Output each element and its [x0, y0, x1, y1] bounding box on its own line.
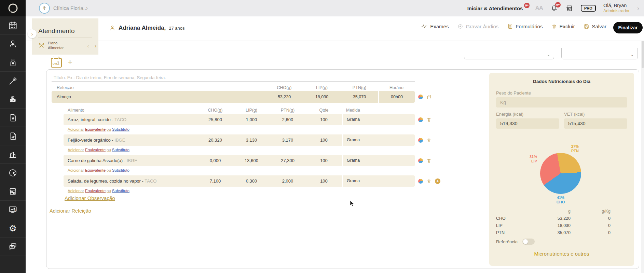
equivalent-link[interactable]: AdicionarEquivalenteouSubstituto: [68, 168, 484, 172]
top-bar: ⚕ Clínica Floria... › Iniciar & Atendime…: [0, 0, 644, 16]
delete-food-button[interactable]: [426, 117, 431, 123]
sidebar-item-supplements[interactable]: [0, 53, 26, 72]
logo-icon: [7, 2, 19, 14]
sidebar-item-company[interactable]: [0, 145, 26, 164]
breadcrumb-chevron-icon[interactable]: ›: [86, 5, 88, 11]
food-lip: 3,130: [233, 138, 270, 143]
attendance-title: Atendimento: [38, 27, 75, 35]
food-macros-pie-icon[interactable]: [418, 117, 423, 122]
header-select-2[interactable]: ⌄: [561, 48, 638, 59]
sidebar-item-messages[interactable]: [0, 238, 26, 256]
food-row[interactable]: Arroz, integral, cozido - TACO 25,800 1,…: [64, 114, 415, 125]
clinic-avatar[interactable]: ⚕: [39, 3, 50, 14]
formularios-button[interactable]: Formulários: [507, 23, 543, 29]
next-tab-icon[interactable]: ›: [95, 43, 96, 49]
add-meal-link[interactable]: Adicionar Refeição: [50, 208, 91, 214]
document-star-icon: [9, 113, 17, 122]
prev-tab-icon[interactable]: ‹: [87, 43, 89, 49]
tab-label: Plano Alimentar: [48, 41, 64, 51]
energia-input[interactable]: 519,330: [496, 118, 559, 129]
peso-input[interactable]: Kg: [496, 97, 627, 107]
meal-macros-pie-icon[interactable]: [418, 95, 423, 99]
food-cho: 20,320: [197, 138, 233, 143]
salvar-button[interactable]: Salvar: [584, 24, 606, 29]
food-macros-pie-icon[interactable]: [418, 179, 423, 184]
add-day-button[interactable]: +: [68, 57, 72, 67]
food-medida-select[interactable]: Grama: [342, 134, 415, 146]
exames-button[interactable]: Exames: [421, 24, 449, 29]
food-qtde-input[interactable]: 100: [306, 138, 342, 143]
delete-food-button[interactable]: [426, 138, 431, 143]
sidebar-item-document-star[interactable]: [0, 109, 26, 127]
excluir-button[interactable]: Excluir: [551, 24, 575, 29]
trash-icon: [426, 117, 431, 123]
food-cho: 0,000: [197, 158, 233, 163]
food-lip: 1,000: [233, 117, 270, 122]
food-ptn: 2,600: [270, 117, 306, 122]
sidebar-item-calendar[interactable]: [0, 16, 26, 35]
referencia-label: Referência: [496, 239, 518, 244]
sidebar-item-settings[interactable]: ⚙: [0, 219, 26, 238]
day-title-input[interactable]: Título. Ex.: Dia de treino, Fim de seman…: [52, 74, 415, 82]
food-medida-select[interactable]: Grama: [342, 175, 415, 187]
food-row[interactable]: Feijão-verde orgânico - IBGE 20,320 3,13…: [64, 134, 415, 146]
font-size-icon[interactable]: AA: [535, 5, 543, 12]
collapse-panel-button[interactable]: ›: [28, 29, 37, 38]
copy-icon: [426, 94, 432, 100]
equivalent-link[interactable]: AdicionarEquivalenteouSubstituto: [68, 127, 484, 131]
equivalent-link[interactable]: AdicionarEquivalenteouSubstituto: [68, 189, 484, 193]
macros-pie-chart: [540, 153, 581, 194]
store-icon: [565, 4, 573, 12]
blocks-icon: [8, 95, 17, 104]
food-macros-pie-icon[interactable]: [418, 138, 423, 143]
sidebar-item-injections[interactable]: [0, 72, 26, 90]
breadcrumb[interactable]: Clínica Floria...: [53, 5, 87, 11]
food-cho: 7,100: [197, 178, 233, 184]
scrollbar[interactable]: [641, 16, 644, 273]
tab-plano-alimentar[interactable]: Plano Alimentar: [38, 41, 93, 51]
sidebar-item-sales[interactable]: $: [0, 201, 26, 219]
delete-food-button[interactable]: [426, 178, 431, 184]
header-select-1[interactable]: ⌄: [464, 48, 554, 59]
referencia-toggle[interactable]: [522, 239, 535, 245]
sidebar-item-reports[interactable]: [0, 164, 26, 182]
nav-iniciar-atendimentos[interactable]: Iniciar & Atendimentos 9+: [467, 5, 528, 11]
delete-food-button[interactable]: [426, 158, 431, 163]
food-qtde-input[interactable]: 100: [306, 178, 342, 184]
finalizar-button[interactable]: Finalizar: [613, 22, 643, 33]
calendar-icon: [8, 21, 17, 30]
micronutrients-link[interactable]: Micronutrientes e outros: [489, 251, 634, 257]
meal-row-group: Almoço 53,220 18,030 35,070 00h00: [52, 91, 432, 103]
sidebar-item-document-send[interactable]: [0, 127, 26, 145]
sidebar-item-packages[interactable]: [0, 90, 26, 109]
duplicate-meal-button[interactable]: [426, 94, 432, 100]
sidebar-item-store[interactable]: [0, 182, 26, 201]
equivalent-link[interactable]: AdicionarEquivalenteouSubstituto: [68, 148, 484, 152]
food-row[interactable]: Salada, de legumes, cozida no vapor - TA…: [64, 175, 415, 187]
add-food-button[interactable]: +: [435, 178, 440, 184]
day-1-tab[interactable]: Dia1: [51, 57, 63, 68]
add-observation-link[interactable]: Adicionar Observação: [65, 195, 115, 201]
meal-horario-input[interactable]: 00h00: [378, 91, 415, 103]
food-row-group: Carne de galinha Assado(a) - IBGE 0,000 …: [64, 155, 484, 166]
user-menu[interactable]: Olá, Bryan Administrador: [603, 2, 630, 14]
sidebar-item-patients[interactable]: [0, 35, 26, 53]
app-root: ⚕ Clínica Floria... › Iniciar & Atendime…: [0, 0, 644, 273]
meal-row[interactable]: Almoço 53,220 18,030 35,070 00h00: [52, 91, 415, 103]
nutrition-panel-title: Dados Nutricionais do Dia: [489, 79, 634, 84]
gravar-audios-button[interactable]: Gravar Áudios: [457, 24, 498, 29]
food-macros-pie-icon[interactable]: [418, 158, 423, 163]
food-medida-select[interactable]: Grama: [342, 155, 415, 166]
food-name: Feijão-verde orgânico -: [68, 138, 114, 143]
food-medida-select[interactable]: Grama: [342, 114, 415, 125]
user-menu-chevron-icon[interactable]: ›: [637, 5, 639, 12]
app-logo[interactable]: [0, 0, 26, 16]
patient-name: Adriana Almeida,: [119, 25, 166, 31]
vet-input[interactable]: 515,430: [564, 118, 627, 129]
notifications-button[interactable]: 9+: [550, 4, 558, 12]
meal-ptn: 35,070: [341, 95, 378, 99]
food-qtde-input[interactable]: 100: [306, 158, 342, 163]
food-row[interactable]: Carne de galinha Assado(a) - IBGE 0,000 …: [64, 155, 415, 166]
food-qtde-input[interactable]: 100: [306, 117, 342, 122]
marketplace-button[interactable]: [565, 4, 573, 12]
